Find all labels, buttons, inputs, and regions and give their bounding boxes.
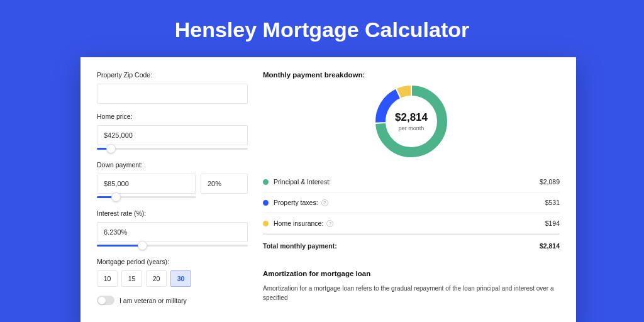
veteran-label: I am veteran or military (119, 297, 187, 304)
home-price-label: Home price: (97, 113, 248, 120)
veteran-row: I am veteran or military (97, 296, 248, 305)
home-price-input[interactable] (97, 125, 248, 145)
amortization-text: Amortization for a mortgage loan refers … (263, 284, 560, 303)
legend-dot (263, 221, 269, 226)
interest-rate-field: Interest rate (%): (97, 209, 248, 252)
zip-label: Property Zip Code: (97, 71, 248, 79)
input-panel: Property Zip Code: Home price: Down paym… (97, 71, 248, 305)
down-payment-amount-input[interactable] (97, 174, 196, 194)
breakdown-panel: Monthly payment breakdown: $2,814 per mo… (263, 71, 560, 305)
down-payment-field: Down payment: (97, 161, 248, 203)
interest-rate-slider[interactable] (97, 240, 248, 252)
legend-value: $531 (545, 199, 560, 206)
legend-row-taxes: Property taxes:?$531 (263, 192, 560, 213)
legend-dot (263, 179, 269, 185)
legend: Principal & Interest:$2,089Property taxe… (263, 172, 560, 256)
period-option-10[interactable]: 10 (97, 270, 118, 287)
period-option-20[interactable]: 20 (146, 270, 167, 287)
legend-label: Home insurance:? (274, 219, 545, 227)
total-value: $2,814 (540, 242, 560, 250)
donut-chart: $2,814 per month (372, 82, 450, 160)
legend-value: $194 (545, 219, 560, 227)
donut-center-value: $2,814 (395, 111, 428, 124)
calculator-card: Property Zip Code: Home price: Down paym… (80, 57, 576, 322)
down-payment-slider[interactable] (97, 192, 196, 203)
info-icon[interactable]: ? (321, 199, 328, 206)
mortgage-period-group: 10152030 (97, 270, 248, 287)
zip-input[interactable] (97, 84, 248, 104)
legend-value: $2,089 (540, 178, 560, 186)
interest-rate-input[interactable] (97, 222, 248, 242)
donut-center-sub: per month (399, 125, 425, 131)
legend-row-total: Total monthly payment:$2,814 (263, 234, 560, 256)
veteran-toggle[interactable] (97, 296, 114, 305)
legend-row-principal: Principal & Interest:$2,089 (263, 172, 560, 192)
home-price-slider[interactable] (97, 143, 248, 155)
total-label: Total monthly payment: (263, 242, 540, 250)
amortization-block: Amortization for mortgage loan Amortizat… (263, 270, 560, 303)
info-icon[interactable]: ? (326, 220, 333, 227)
zip-field: Property Zip Code: (97, 71, 248, 104)
period-option-15[interactable]: 15 (121, 270, 142, 287)
mortgage-period-label: Mortgage period (years): (97, 258, 248, 265)
down-payment-label: Down payment: (97, 161, 248, 169)
home-price-field: Home price: (97, 113, 248, 155)
down-payment-percent-input[interactable] (201, 174, 248, 194)
donut-chart-area: $2,814 per month (263, 82, 560, 160)
amortization-title: Amortization for mortgage loan (263, 270, 560, 277)
interest-rate-label: Interest rate (%): (97, 209, 248, 217)
legend-label: Property taxes:? (274, 199, 545, 206)
breakdown-title: Monthly payment breakdown: (263, 71, 560, 79)
legend-row-insurance: Home insurance:?$194 (263, 213, 560, 234)
legend-label: Principal & Interest: (274, 178, 540, 186)
period-option-30[interactable]: 30 (170, 270, 191, 287)
page-title: Hensley Mortgage Calculator (0, 0, 644, 57)
legend-dot (263, 200, 269, 206)
